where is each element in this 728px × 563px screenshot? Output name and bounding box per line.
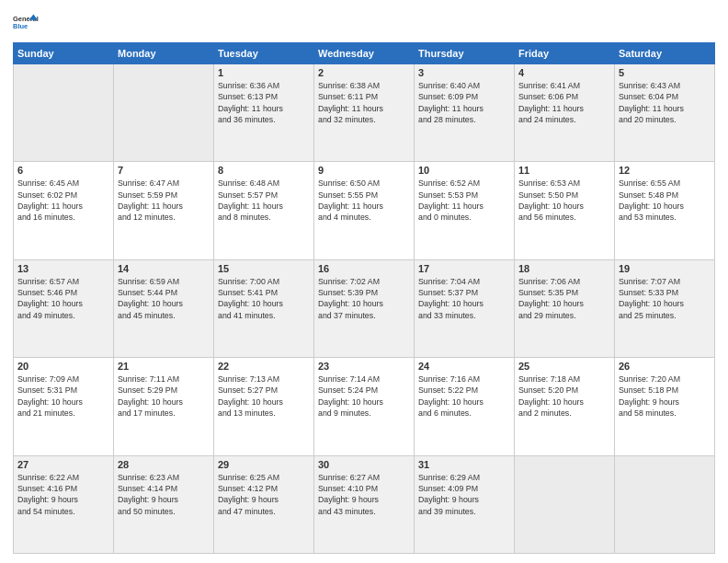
- weekday-header: Friday: [515, 43, 615, 64]
- calendar-day-cell: 12Sunrise: 6:55 AM Sunset: 5:48 PM Dayli…: [615, 162, 715, 259]
- header: GeneralBlue: [13, 9, 715, 35]
- calendar-day-cell: 31Sunrise: 6:29 AM Sunset: 4:09 PM Dayli…: [415, 455, 515, 553]
- day-number: 8: [218, 165, 310, 176]
- logo: GeneralBlue: [13, 9, 39, 35]
- day-number: 28: [118, 459, 210, 470]
- calendar-day-cell: 23Sunrise: 7:14 AM Sunset: 5:24 PM Dayli…: [314, 358, 415, 455]
- day-info: Sunrise: 6:36 AM Sunset: 6:13 PM Dayligh…: [218, 80, 310, 125]
- calendar-day-cell: 13Sunrise: 6:57 AM Sunset: 5:46 PM Dayli…: [14, 259, 114, 357]
- calendar-day-cell: 28Sunrise: 6:23 AM Sunset: 4:14 PM Dayli…: [114, 455, 214, 553]
- calendar-day-cell: 22Sunrise: 7:13 AM Sunset: 5:27 PM Dayli…: [214, 358, 314, 455]
- calendar-day-cell: 9Sunrise: 6:50 AM Sunset: 5:55 PM Daylig…: [314, 162, 415, 259]
- calendar-week-row: 20Sunrise: 7:09 AM Sunset: 5:31 PM Dayli…: [14, 358, 715, 455]
- day-number: 31: [418, 459, 510, 470]
- day-number: 24: [418, 361, 510, 372]
- day-info: Sunrise: 7:14 AM Sunset: 5:24 PM Dayligh…: [318, 373, 410, 419]
- calendar-day-cell: 11Sunrise: 6:53 AM Sunset: 5:50 PM Dayli…: [515, 162, 615, 259]
- calendar-day-cell: 25Sunrise: 7:18 AM Sunset: 5:20 PM Dayli…: [515, 358, 615, 455]
- day-number: 2: [318, 67, 410, 78]
- calendar-day-cell: 16Sunrise: 7:02 AM Sunset: 5:39 PM Dayli…: [314, 259, 415, 357]
- day-number: 4: [518, 67, 610, 78]
- calendar-day-cell: 8Sunrise: 6:48 AM Sunset: 5:57 PM Daylig…: [214, 162, 314, 259]
- day-info: Sunrise: 6:45 AM Sunset: 6:02 PM Dayligh…: [17, 178, 109, 223]
- day-info: Sunrise: 6:43 AM Sunset: 6:04 PM Dayligh…: [619, 80, 711, 125]
- day-number: 6: [17, 165, 109, 176]
- day-number: 21: [118, 361, 210, 372]
- day-info: Sunrise: 6:38 AM Sunset: 6:11 PM Dayligh…: [318, 80, 410, 125]
- weekday-header: Monday: [114, 43, 214, 64]
- day-info: Sunrise: 6:48 AM Sunset: 5:57 PM Dayligh…: [218, 178, 310, 223]
- calendar-day-cell: [515, 455, 615, 553]
- day-number: 17: [418, 263, 510, 274]
- calendar-day-cell: 15Sunrise: 7:00 AM Sunset: 5:41 PM Dayli…: [214, 259, 314, 357]
- calendar-day-cell: 5Sunrise: 6:43 AM Sunset: 6:04 PM Daylig…: [615, 64, 715, 162]
- day-number: 9: [318, 165, 410, 176]
- day-number: 29: [218, 459, 310, 470]
- weekday-header: Tuesday: [214, 43, 314, 64]
- calendar-day-cell: 24Sunrise: 7:16 AM Sunset: 5:22 PM Dayli…: [415, 358, 515, 455]
- weekday-header: Saturday: [615, 43, 715, 64]
- day-info: Sunrise: 7:20 AM Sunset: 5:18 PM Dayligh…: [619, 373, 711, 419]
- day-number: 13: [17, 263, 109, 274]
- day-info: Sunrise: 7:02 AM Sunset: 5:39 PM Dayligh…: [318, 276, 410, 321]
- calendar-header-row: SundayMondayTuesdayWednesdayThursdayFrid…: [14, 43, 715, 64]
- calendar-week-row: 1Sunrise: 6:36 AM Sunset: 6:13 PM Daylig…: [14, 64, 715, 162]
- day-info: Sunrise: 7:09 AM Sunset: 5:31 PM Dayligh…: [17, 373, 109, 419]
- day-info: Sunrise: 6:55 AM Sunset: 5:48 PM Dayligh…: [619, 178, 711, 223]
- day-info: Sunrise: 6:47 AM Sunset: 5:59 PM Dayligh…: [118, 178, 210, 223]
- calendar-day-cell: 10Sunrise: 6:52 AM Sunset: 5:53 PM Dayli…: [415, 162, 515, 259]
- day-info: Sunrise: 7:13 AM Sunset: 5:27 PM Dayligh…: [218, 373, 310, 419]
- calendar-day-cell: 26Sunrise: 7:20 AM Sunset: 5:18 PM Dayli…: [615, 358, 715, 455]
- day-info: Sunrise: 6:50 AM Sunset: 5:55 PM Dayligh…: [318, 178, 410, 223]
- day-number: 15: [218, 263, 310, 274]
- calendar-week-row: 6Sunrise: 6:45 AM Sunset: 6:02 PM Daylig…: [14, 162, 715, 259]
- day-number: 30: [318, 459, 410, 470]
- day-info: Sunrise: 6:23 AM Sunset: 4:14 PM Dayligh…: [118, 472, 210, 517]
- day-number: 19: [619, 263, 711, 274]
- calendar-day-cell: 14Sunrise: 6:59 AM Sunset: 5:44 PM Dayli…: [114, 259, 214, 357]
- calendar-day-cell: 4Sunrise: 6:41 AM Sunset: 6:06 PM Daylig…: [515, 64, 615, 162]
- calendar-day-cell: 21Sunrise: 7:11 AM Sunset: 5:29 PM Dayli…: [114, 358, 214, 455]
- day-info: Sunrise: 7:00 AM Sunset: 5:41 PM Dayligh…: [218, 276, 310, 321]
- day-number: 11: [518, 165, 610, 176]
- day-info: Sunrise: 6:40 AM Sunset: 6:09 PM Dayligh…: [418, 80, 510, 125]
- day-number: 26: [619, 361, 711, 372]
- day-info: Sunrise: 7:18 AM Sunset: 5:20 PM Dayligh…: [518, 373, 610, 419]
- calendar-day-cell: 27Sunrise: 6:22 AM Sunset: 4:16 PM Dayli…: [14, 455, 114, 553]
- calendar-day-cell: 29Sunrise: 6:25 AM Sunset: 4:12 PM Dayli…: [214, 455, 314, 553]
- weekday-header: Thursday: [415, 43, 515, 64]
- weekday-header: Sunday: [14, 43, 114, 64]
- day-number: 27: [17, 459, 109, 470]
- day-number: 20: [17, 361, 109, 372]
- day-info: Sunrise: 7:07 AM Sunset: 5:33 PM Dayligh…: [619, 276, 711, 321]
- svg-text:Blue: Blue: [13, 22, 28, 30]
- day-number: 25: [518, 361, 610, 372]
- day-info: Sunrise: 7:04 AM Sunset: 5:37 PM Dayligh…: [418, 276, 510, 321]
- calendar-day-cell: 6Sunrise: 6:45 AM Sunset: 6:02 PM Daylig…: [14, 162, 114, 259]
- calendar-week-row: 27Sunrise: 6:22 AM Sunset: 4:16 PM Dayli…: [14, 455, 715, 553]
- calendar-table: SundayMondayTuesdayWednesdayThursdayFrid…: [13, 42, 715, 554]
- calendar-week-row: 13Sunrise: 6:57 AM Sunset: 5:46 PM Dayli…: [14, 259, 715, 357]
- day-number: 14: [118, 263, 210, 274]
- calendar-day-cell: [14, 64, 114, 162]
- day-number: 5: [619, 67, 711, 78]
- day-info: Sunrise: 6:22 AM Sunset: 4:16 PM Dayligh…: [17, 472, 109, 517]
- day-info: Sunrise: 7:16 AM Sunset: 5:22 PM Dayligh…: [418, 373, 510, 419]
- day-info: Sunrise: 6:29 AM Sunset: 4:09 PM Dayligh…: [418, 472, 510, 517]
- day-info: Sunrise: 6:27 AM Sunset: 4:10 PM Dayligh…: [318, 472, 410, 517]
- day-number: 3: [418, 67, 510, 78]
- day-info: Sunrise: 6:52 AM Sunset: 5:53 PM Dayligh…: [418, 178, 510, 223]
- day-number: 10: [418, 165, 510, 176]
- day-number: 7: [118, 165, 210, 176]
- calendar-day-cell: 18Sunrise: 7:06 AM Sunset: 5:35 PM Dayli…: [515, 259, 615, 357]
- page: GeneralBlue SundayMondayTuesdayWednesday…: [0, 0, 728, 563]
- day-number: 23: [318, 361, 410, 372]
- calendar-day-cell: 3Sunrise: 6:40 AM Sunset: 6:09 PM Daylig…: [415, 64, 515, 162]
- day-info: Sunrise: 6:25 AM Sunset: 4:12 PM Dayligh…: [218, 472, 310, 517]
- logo-icon: GeneralBlue: [13, 9, 39, 35]
- day-info: Sunrise: 6:59 AM Sunset: 5:44 PM Dayligh…: [118, 276, 210, 321]
- calendar-body: 1Sunrise: 6:36 AM Sunset: 6:13 PM Daylig…: [14, 64, 715, 554]
- day-number: 18: [518, 263, 610, 274]
- day-info: Sunrise: 6:57 AM Sunset: 5:46 PM Dayligh…: [17, 276, 109, 321]
- day-number: 22: [218, 361, 310, 372]
